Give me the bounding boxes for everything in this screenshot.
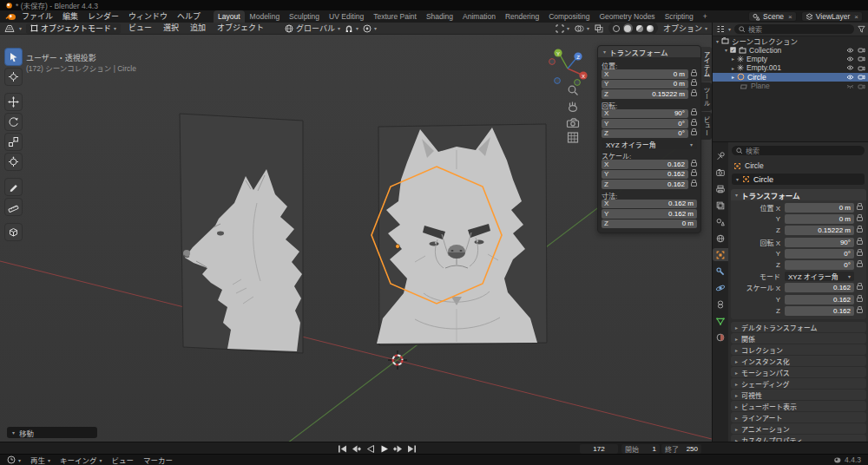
hide-eye-icon[interactable] <box>846 75 854 80</box>
menu-render[interactable]: レンダー <box>83 10 123 23</box>
scale-z-field[interactable]: Z0.162 <box>602 180 688 189</box>
menu-select[interactable]: 選択 <box>160 23 182 34</box>
lock-icon[interactable] <box>691 162 697 167</box>
overlays-toggle[interactable]: ▾ <box>575 24 589 33</box>
camera-visibility-icon[interactable] <box>858 47 865 53</box>
section-line-art[interactable]: ▸ラインアート <box>731 412 866 422</box>
menu-file[interactable]: ファイル <box>17 10 57 23</box>
menu-edit[interactable]: 編集 <box>58 10 82 23</box>
rotation-x-field[interactable]: X90° <box>602 109 688 119</box>
lock-icon[interactable] <box>857 217 863 221</box>
section-relations[interactable]: ▸関係 <box>731 333 866 344</box>
tool-move[interactable] <box>4 93 23 111</box>
lock-icon[interactable] <box>691 182 697 187</box>
proportional-edit-toggle[interactable]: ▾ <box>363 24 377 33</box>
menu-playback[interactable]: 再生▾ <box>30 455 50 465</box>
gizmo-y-neg[interactable] <box>575 80 581 86</box>
hide-eye-icon[interactable] <box>846 48 854 53</box>
npanel-tab-view[interactable]: ビュー <box>701 112 712 141</box>
workspace-tab-rendering[interactable]: Rendering <box>501 10 543 23</box>
snap-toggle[interactable]: ▾ <box>345 24 358 33</box>
menu-object[interactable]: オブジェクト <box>214 23 267 34</box>
tool-select-box[interactable] <box>4 48 23 66</box>
section-viewport-display[interactable]: ▸ビューポート表示 <box>731 401 866 411</box>
camera-visibility-icon[interactable] <box>858 83 865 89</box>
shading-solid-active[interactable] <box>623 23 633 33</box>
tab-view-layer[interactable] <box>713 199 728 212</box>
workspace-tab-geometry-nodes[interactable]: Geometry Nodes <box>595 10 659 23</box>
menu-help[interactable]: ヘルプ <box>173 10 205 23</box>
outliner-row-plane[interactable]: Plane <box>713 82 868 90</box>
lock-icon[interactable] <box>691 172 697 176</box>
tool-scale[interactable] <box>4 133 23 151</box>
blender-logo-icon[interactable] <box>5 13 16 21</box>
tool-cursor[interactable] <box>4 68 23 86</box>
menu-window[interactable]: ウィンドウ <box>124 10 172 23</box>
section-animation[interactable]: ▸アニメーション <box>731 423 866 434</box>
tool-add-cube[interactable] <box>4 223 23 241</box>
lock-icon[interactable] <box>691 131 697 135</box>
rotation-mode-dropdown[interactable]: XYZ オイラー角▾ <box>785 272 854 281</box>
lock-icon[interactable] <box>857 298 863 302</box>
npanel-header[interactable]: ▾トランスフォーム <box>598 46 700 57</box>
hide-eye-icon[interactable] <box>846 56 854 62</box>
menu-keying[interactable]: キーイング▾ <box>60 455 102 465</box>
next-keyframe-button[interactable] <box>392 444 404 453</box>
tool-rotate[interactable] <box>4 113 23 131</box>
outliner-row-empty-001[interactable]: ▸ Empty.001 <box>713 63 868 72</box>
camera-visibility-icon[interactable] <box>858 65 865 71</box>
play-button[interactable] <box>378 444 390 453</box>
section-delta-transform[interactable]: ▸デルタトランスフォーム <box>731 322 866 332</box>
workspace-tab-layout[interactable]: Layout <box>214 10 245 23</box>
lock-icon[interactable] <box>691 72 697 76</box>
workspace-tab-compositing[interactable]: Compositing <box>544 10 594 23</box>
tab-physics[interactable] <box>713 281 728 294</box>
jump-to-start-button[interactable] <box>337 444 348 453</box>
prop-rotation-y[interactable]: 0° <box>785 249 854 259</box>
object-name-field[interactable]: ▾ Circle <box>732 174 865 185</box>
section-instancing[interactable]: ▸インスタンス化 <box>731 356 866 366</box>
rotation-y-field[interactable]: Y0° <box>602 119 688 128</box>
scene-selector[interactable]: Scene × <box>748 11 797 22</box>
tab-object[interactable] <box>713 248 728 261</box>
rotation-z-field[interactable]: Z0° <box>602 129 688 139</box>
frame-start-field[interactable]: 開始1 <box>621 444 660 454</box>
gizmo-x-neg[interactable] <box>549 59 556 65</box>
lock-icon[interactable] <box>691 111 697 115</box>
reference-plane-side[interactable] <box>180 114 303 353</box>
outliner-row-circle[interactable]: ▸ Circle <box>713 73 868 82</box>
tab-constraints[interactable] <box>713 298 728 311</box>
workspace-tab-scripting[interactable]: Scripting <box>661 10 698 23</box>
current-frame-field[interactable]: 172 <box>580 444 618 454</box>
section-collections[interactable]: ▸コレクション <box>731 344 866 355</box>
location-z-field[interactable]: Z0.15222 m <box>602 89 688 99</box>
hide-eye-closed-icon[interactable] <box>846 83 854 88</box>
workspace-tab-modeling[interactable]: Modeling <box>246 10 285 23</box>
xray-toggle-icon[interactable] <box>595 24 603 33</box>
tab-material[interactable] <box>713 331 728 344</box>
location-x-field[interactable]: X0 m <box>602 69 688 79</box>
prop-scale-x[interactable]: 0.162 <box>785 283 854 292</box>
lock-icon[interactable] <box>857 228 863 232</box>
outliner-editor-icon[interactable] <box>716 25 725 33</box>
prop-rotation-x[interactable]: 90° <box>785 238 854 247</box>
rotation-mode-dropdown[interactable]: XYZ オイラー角▾ <box>602 140 697 149</box>
prop-location-y[interactable]: 0 m <box>785 214 854 224</box>
outliner-row-collection[interactable]: ▾ ✓ Collection <box>713 45 868 54</box>
lock-icon[interactable] <box>857 263 863 267</box>
3d-viewport[interactable]: X Y Z ユーザー・透視投影 (172) シーンコレクション | Circle <box>0 35 712 442</box>
location-y-field[interactable]: Y0 m <box>602 80 688 89</box>
tool-annotate[interactable] <box>4 178 23 196</box>
lock-icon[interactable] <box>857 252 863 256</box>
workspace-tab-sculpting[interactable]: Sculpting <box>285 10 324 23</box>
shading-wireframe-icon[interactable] <box>613 25 620 32</box>
lock-icon[interactable] <box>857 240 863 245</box>
frame-end-field[interactable]: 終了250 <box>661 444 701 454</box>
timeline-editor-type[interactable]: ▾ <box>7 455 21 464</box>
workspace-add-button[interactable]: + <box>699 10 712 23</box>
filter-icon[interactable] <box>858 25 865 33</box>
prev-keyframe-button[interactable] <box>351 444 362 453</box>
prop-location-x[interactable]: 0 m <box>785 203 854 213</box>
gizmo-z-neg[interactable] <box>555 78 561 84</box>
options-dropdown[interactable]: オプション ▾ <box>663 23 707 34</box>
